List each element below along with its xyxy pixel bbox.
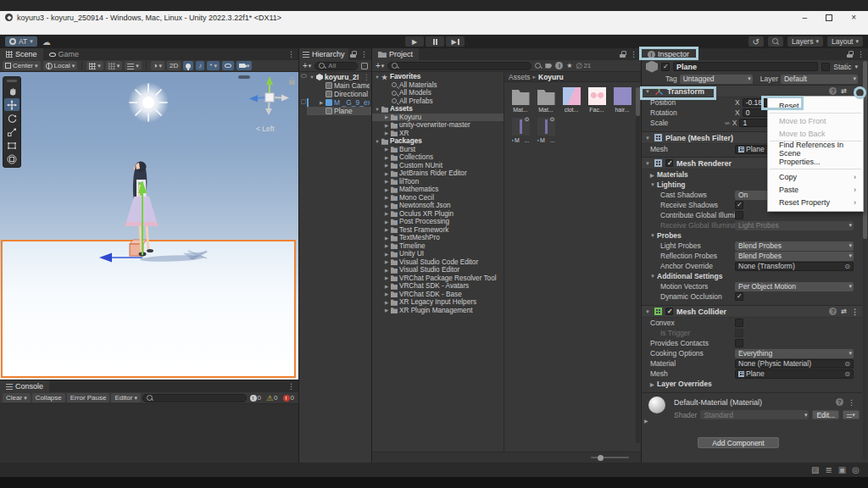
scene-visibility-toggle[interactable] bbox=[222, 61, 234, 70]
foldout-arrow-icon[interactable]: ▼ bbox=[645, 309, 651, 314]
foldout-arrow-icon[interactable]: ▶ bbox=[319, 100, 324, 105]
search-button[interactable] bbox=[768, 36, 783, 47]
help-icon[interactable]: ? bbox=[836, 398, 843, 406]
foldout-arrow-icon[interactable]: ▶ bbox=[384, 252, 389, 257]
name-field[interactable]: Plane bbox=[673, 62, 818, 71]
create-button[interactable]: +▾ bbox=[376, 61, 384, 70]
layout-dropdown[interactable]: Layout▾ bbox=[827, 36, 863, 47]
project-tree-item[interactable]: ▶ Mono Cecil bbox=[372, 194, 504, 202]
console-log-area[interactable] bbox=[0, 404, 298, 463]
foldout-arrow-icon[interactable]: ▶ bbox=[384, 243, 389, 248]
project-tree-item[interactable]: ▶ XR bbox=[372, 130, 504, 138]
project-tree-item[interactable]: ▶ VRChat Package Resolver Tool bbox=[372, 274, 504, 283]
hierarchy-search-input[interactable]: All bbox=[314, 62, 358, 70]
hand-tool-button[interactable] bbox=[4, 85, 19, 97]
project-tree-item[interactable]: ▶ unity-overwriter-master bbox=[372, 121, 504, 130]
asset-item[interactable]: Mat... bbox=[508, 87, 533, 113]
project-tree-item[interactable]: ▶ XR Legacy Input Helpers bbox=[372, 298, 504, 307]
active-checkbox[interactable] bbox=[661, 63, 670, 71]
project-tree-item[interactable]: ▶ Burst bbox=[372, 146, 504, 154]
scene-lighting-toggle[interactable] bbox=[183, 61, 193, 70]
context-menu-item[interactable]: Reset Property › bbox=[768, 196, 863, 208]
background-tasks-icon[interactable]: ◎ bbox=[852, 465, 860, 474]
minimize-button[interactable]: – bbox=[803, 14, 808, 22]
additional-settings-foldout[interactable]: ▼Additional Settings bbox=[642, 271, 862, 281]
cloud-status-icon[interactable]: ≣ bbox=[825, 465, 832, 474]
asset-item[interactable]: Mat... bbox=[533, 87, 559, 113]
search-by-label-icon[interactable] bbox=[545, 64, 552, 69]
kebab-menu-icon[interactable]: ⋮ bbox=[851, 308, 859, 316]
transform-tool-button[interactable] bbox=[4, 152, 19, 165]
tab-project[interactable]: Project bbox=[372, 48, 419, 60]
foldout-arrow-icon[interactable]: ▼ bbox=[309, 75, 314, 80]
project-tree-item[interactable]: ▶ Visual Studio Code Editor bbox=[372, 258, 504, 267]
tool-handle-rotation-dropdown[interactable]: Local▾ bbox=[43, 61, 78, 70]
project-tree-item[interactable]: ▶ JetBrains Rider Editor bbox=[372, 169, 504, 178]
foldout-arrow-icon[interactable]: ▼ bbox=[375, 75, 380, 80]
enabled-checkbox[interactable] bbox=[665, 308, 673, 315]
enabled-checkbox[interactable] bbox=[665, 159, 673, 167]
kebab-menu-icon[interactable]: ⋮ bbox=[630, 50, 637, 58]
motion-vectors-dropdown[interactable]: Per Object Motion▾ bbox=[735, 282, 854, 291]
context-menu-item[interactable]: Paste › bbox=[768, 183, 863, 196]
probes-foldout[interactable]: ▼Probes bbox=[642, 230, 862, 241]
foldout-arrow-icon[interactable]: ▼ bbox=[375, 139, 380, 144]
visibility-eye-icon[interactable] bbox=[301, 74, 307, 78]
foldout-arrow-icon[interactable]: ▶ bbox=[384, 147, 389, 152]
object-picker-icon[interactable]: ⊙ bbox=[844, 360, 850, 368]
console-search-input[interactable] bbox=[142, 394, 247, 402]
project-tree-item[interactable]: ▶ VRChat SDK - Avatars bbox=[372, 282, 504, 291]
grid-snapping-dropdown[interactable]: ▾ bbox=[125, 61, 142, 70]
project-tree-item[interactable]: ▶ VRChat SDK - Base bbox=[372, 291, 504, 299]
kebab-menu-icon[interactable]: ⋮ bbox=[857, 50, 865, 58]
maximize-button[interactable] bbox=[826, 14, 832, 21]
tab-inspector[interactable]: iInspector bbox=[642, 48, 695, 60]
overlay-drag-handle[interactable] bbox=[7, 80, 17, 82]
project-tree-item[interactable]: All Models bbox=[372, 89, 504, 97]
project-tree-item[interactable]: ▶ Unity UI bbox=[372, 250, 504, 258]
draw-mode-dropdown[interactable]: ◑▾ bbox=[151, 61, 164, 70]
undo-history-button[interactable]: ↺ bbox=[748, 36, 764, 47]
rect-tool-button[interactable] bbox=[4, 139, 19, 152]
collapse-button[interactable]: Collapse bbox=[32, 393, 65, 402]
foldout-arrow-icon[interactable]: ▶ bbox=[384, 236, 389, 241]
project-tree-item[interactable]: ▶ TextMeshPro bbox=[372, 234, 504, 242]
project-tree-item[interactable]: ▶ Collections bbox=[372, 153, 504, 162]
step-button[interactable]: ▶ bbox=[446, 36, 465, 47]
notifications-icon[interactable]: ▣ bbox=[838, 465, 846, 474]
project-search-input[interactable] bbox=[387, 62, 531, 70]
lock-icon[interactable] bbox=[350, 51, 356, 58]
lock-icon[interactable] bbox=[847, 51, 853, 58]
tool-handle-pivot-dropdown[interactable]: Center▾ bbox=[3, 61, 41, 70]
hierarchy-item[interactable]: ▶ M _G_9_exp ⋮ bbox=[307, 98, 371, 107]
foldout-arrow-icon[interactable]: ▼ bbox=[375, 107, 380, 112]
edit-shader-button[interactable]: Edit... bbox=[812, 410, 839, 419]
material-preview-sphere[interactable] bbox=[648, 396, 665, 413]
search-by-type-icon[interactable] bbox=[535, 63, 542, 69]
foldout-arrow-icon[interactable]: ▶ bbox=[384, 227, 389, 232]
tab-console[interactable]: Console bbox=[0, 380, 49, 392]
physic-material-field[interactable]: None (Physic Material)⊙ bbox=[735, 359, 854, 369]
project-tree-item[interactable]: ▶ Oculus XR Plugin bbox=[372, 210, 504, 219]
object-picker-icon[interactable]: ⊙ bbox=[844, 263, 850, 270]
project-scrollbar[interactable] bbox=[636, 87, 640, 443]
context-menu-item[interactable]: Copy › bbox=[768, 170, 863, 183]
shader-menu-button[interactable]: ▾ bbox=[843, 410, 860, 419]
provides-contacts-checkbox[interactable] bbox=[735, 339, 743, 347]
foldout-arrow-icon[interactable]: ▶ bbox=[384, 300, 389, 305]
foldout-arrow-icon[interactable]: ▶ bbox=[384, 123, 389, 128]
info-count-toggle[interactable]: !0 bbox=[248, 394, 263, 402]
project-tree-item[interactable]: ▼ Favorites bbox=[372, 73, 504, 81]
kebab-menu-icon[interactable]: ⋮ bbox=[851, 87, 859, 96]
layer-overrides-foldout[interactable]: ▶Layer Overrides bbox=[642, 379, 862, 389]
collider-mesh-field[interactable]: Plane⊙ bbox=[735, 369, 854, 379]
pause-button[interactable] bbox=[426, 36, 444, 47]
project-tree-item[interactable]: ▼ Packages bbox=[372, 137, 504, 146]
tag-dropdown[interactable]: Untagged▾ bbox=[680, 75, 753, 84]
asset-item[interactable]: clot... bbox=[559, 87, 584, 113]
static-dropdown-icon[interactable]: ▾ bbox=[854, 64, 858, 70]
presets-icon[interactable]: ⇄ bbox=[841, 308, 847, 315]
effects-dropdown[interactable]: *▾ bbox=[207, 61, 220, 70]
snap-increment-dropdown[interactable]: ▾ bbox=[106, 61, 123, 70]
kebab-menu-icon[interactable]: ⋮ bbox=[363, 74, 370, 81]
